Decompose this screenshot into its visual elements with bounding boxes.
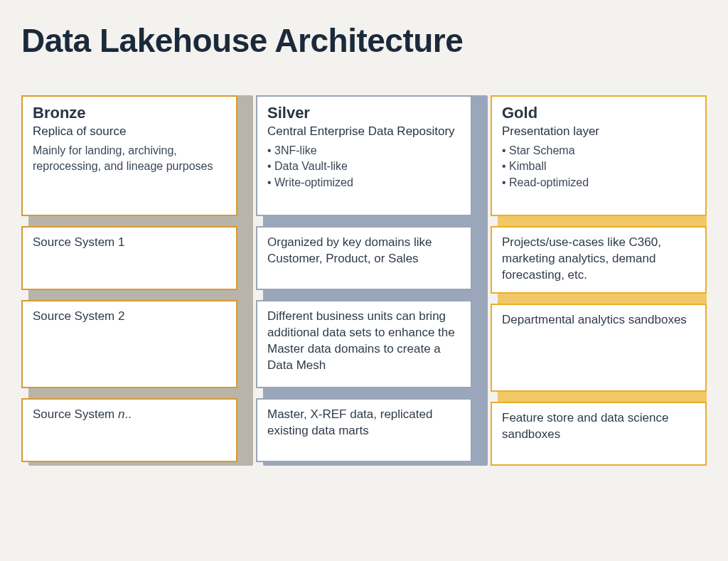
bronze-description: Mainly for landing, archiving, reprocess… bbox=[33, 143, 226, 173]
bronze-title: Bronze bbox=[33, 104, 226, 122]
silver-item-card: Different business units can bring addit… bbox=[256, 300, 472, 388]
silver-column: Silver Central Enterprise Data Repositor… bbox=[256, 95, 472, 466]
bronze-item-card: Source System 2 bbox=[21, 300, 237, 388]
gold-item-card: Projects/use-cases like C360, marketing … bbox=[491, 226, 707, 294]
gold-item-text: Departmental analytics sandboxes bbox=[502, 312, 695, 328]
gold-item-card: Feature store and data science sandboxes bbox=[491, 402, 707, 466]
bronze-column: Bronze Replica of source Mainly for land… bbox=[21, 95, 237, 466]
layer-columns: Bronze Replica of source Mainly for land… bbox=[21, 95, 707, 466]
gold-bullet: Kimball bbox=[502, 159, 695, 174]
silver-item-card: Master, X-REF data, replicated existing … bbox=[256, 398, 472, 462]
gold-title: Gold bbox=[502, 104, 695, 122]
silver-subtitle: Central Enterprise Data Repository bbox=[267, 124, 461, 140]
bronze-item-card: Source System n.. bbox=[21, 398, 237, 462]
bronze-item-card: Source System 1 bbox=[21, 226, 237, 290]
silver-title: Silver bbox=[267, 104, 461, 122]
gold-bullet: Read-optimized bbox=[502, 175, 695, 191]
silver-bullet: Data Vault-like bbox=[267, 159, 461, 174]
page-title: Data Lakehouse Architecture bbox=[21, 21, 707, 60]
silver-bullets: 3NF-like Data Vault-like Write-optimized bbox=[267, 143, 461, 191]
silver-item-text: Organized by key domains like Customer, … bbox=[267, 235, 461, 267]
gold-subtitle: Presentation layer bbox=[502, 124, 695, 140]
bronze-item-text: Source System 2 bbox=[33, 309, 226, 325]
silver-header-card: Silver Central Enterprise Data Repositor… bbox=[256, 95, 472, 216]
silver-item-card: Organized by key domains like Customer, … bbox=[256, 226, 472, 290]
gold-header-card: Gold Presentation layer Star Schema Kimb… bbox=[491, 95, 707, 216]
gold-column: Gold Presentation layer Star Schema Kimb… bbox=[491, 95, 707, 466]
silver-bullet: Write-optimized bbox=[267, 175, 461, 191]
gold-bullet: Star Schema bbox=[502, 143, 695, 159]
silver-item-text: Master, X-REF data, replicated existing … bbox=[267, 407, 461, 439]
gold-item-text: Projects/use-cases like C360, marketing … bbox=[502, 235, 695, 284]
gold-bullets: Star Schema Kimball Read-optimized bbox=[502, 143, 695, 191]
bronze-header-card: Bronze Replica of source Mainly for land… bbox=[21, 95, 237, 216]
bronze-item-text: Source System n.. bbox=[33, 407, 226, 423]
gold-item-card: Departmental analytics sandboxes bbox=[491, 304, 707, 392]
silver-item-text: Different business units can bring addit… bbox=[267, 309, 461, 374]
bronze-subtitle: Replica of source bbox=[33, 124, 226, 140]
silver-bullet: 3NF-like bbox=[267, 143, 461, 159]
gold-item-text: Feature store and data science sandboxes bbox=[502, 410, 695, 443]
bronze-item-text: Source System 1 bbox=[33, 235, 226, 251]
